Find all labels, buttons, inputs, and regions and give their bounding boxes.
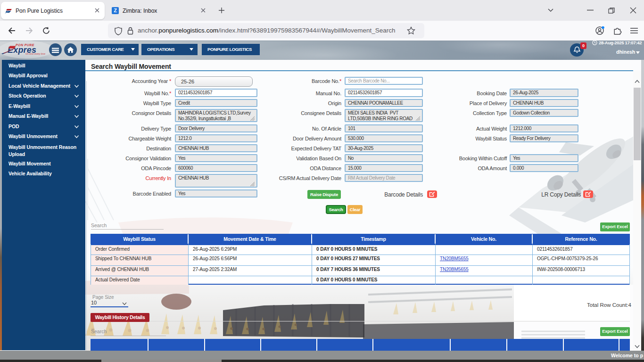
svg-text:On time every time: On time every time (25, 52, 45, 55)
